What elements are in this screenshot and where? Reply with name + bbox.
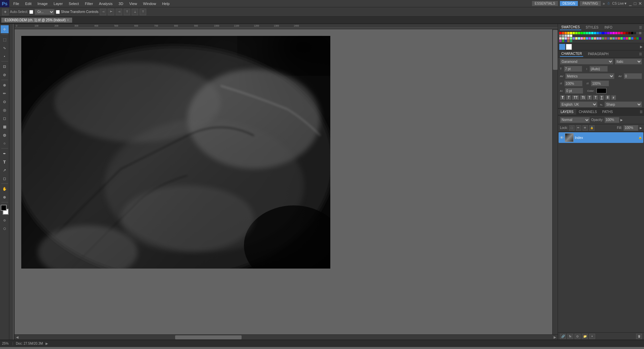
swatch-cell[interactable]: [570, 35, 572, 37]
swatch-cell[interactable]: [591, 37, 593, 40]
type-tool[interactable]: T: [1, 158, 9, 166]
swatch-cell[interactable]: [599, 32, 601, 34]
auto-select-checkbox[interactable]: [29, 10, 33, 14]
new-layer-btn[interactable]: +: [589, 334, 595, 339]
rectangular-marquee-tool[interactable]: ⬚: [1, 36, 9, 44]
swatch-cell[interactable]: [589, 32, 591, 34]
swatch-cell[interactable]: [565, 40, 567, 42]
fill-input[interactable]: [623, 125, 638, 131]
quick-mask-mode[interactable]: ⊙: [1, 216, 9, 224]
swatch-cell[interactable]: [626, 32, 628, 34]
swatch-cell[interactable]: [581, 32, 583, 34]
swatch-cell[interactable]: [570, 37, 572, 40]
transform-align-middle[interactable]: ⊥: [132, 9, 138, 15]
shape-tool[interactable]: ◻: [1, 174, 9, 182]
swatch-cell[interactable]: [604, 37, 607, 40]
language-select[interactable]: English: UK English: US: [560, 101, 597, 107]
swatch-cell[interactable]: [559, 32, 562, 34]
transform-align-right[interactable]: ⊣: [116, 9, 122, 15]
screen-mode[interactable]: ⬡: [1, 225, 9, 233]
char-panel-menu[interactable]: ☰: [639, 52, 642, 56]
swatch-cell[interactable]: [596, 37, 599, 40]
canvas-container[interactable]: [15, 29, 558, 340]
h-scroll-left[interactable]: ◀: [15, 335, 20, 339]
cs-live-label[interactable]: CS Live▼: [612, 2, 627, 5]
lock-position[interactable]: ✛: [583, 125, 588, 131]
menu-filter[interactable]: Filter: [82, 1, 95, 6]
swatches-panel-menu[interactable]: ☰: [639, 26, 642, 29]
swatches-bottom-menu[interactable]: ▶: [640, 45, 643, 49]
workspace-painting[interactable]: PAINTING: [580, 1, 600, 6]
swatch-cell[interactable]: [634, 32, 636, 34]
info-tab[interactable]: INFO: [603, 25, 614, 30]
menu-help[interactable]: Help: [160, 1, 172, 6]
workspace-essentials[interactable]: ESSENTIALS: [532, 1, 558, 6]
swatch-cell[interactable]: [567, 35, 570, 37]
swatch-cell[interactable]: [639, 37, 641, 40]
transform-align-top[interactable]: ⊤: [124, 9, 130, 15]
opacity-arrow[interactable]: ▶: [620, 118, 623, 122]
close-btn[interactable]: ✕: [638, 1, 642, 6]
dodge-tool[interactable]: ○: [1, 139, 9, 147]
swatch-cell[interactable]: [626, 37, 628, 40]
swatch-cell[interactable]: [575, 32, 578, 34]
swatch-cell[interactable]: [602, 32, 604, 34]
color-picker-bg[interactable]: [566, 44, 572, 50]
swatch-cell[interactable]: [610, 32, 612, 34]
swatch-cell[interactable]: [615, 32, 617, 34]
blend-mode-select[interactable]: Normal Dissolve Multiply Screen Overlay: [560, 117, 590, 123]
text-color-swatch[interactable]: [596, 88, 606, 93]
kerning-select[interactable]: Metrics Optical 0: [565, 73, 614, 79]
h-scroll-thumb[interactable]: [175, 335, 242, 339]
swatch-cell[interactable]: [631, 32, 633, 34]
swatch-cell[interactable]: [628, 37, 631, 40]
layers-tab[interactable]: LAYERS: [558, 109, 576, 115]
swatch-cell[interactable]: [586, 32, 588, 34]
swatch-cell[interactable]: [570, 32, 572, 34]
transform-align-bottom[interactable]: ⊤: [140, 9, 146, 15]
eyedropper-tool[interactable]: ⊘: [1, 71, 9, 79]
layers-panel-menu[interactable]: ☰: [640, 110, 644, 114]
swatch-cell[interactable]: [607, 32, 609, 34]
blur-tool[interactable]: ◍: [1, 131, 9, 139]
foreground-color-swatch[interactable]: [1, 205, 7, 211]
brush-tool[interactable]: ✏: [1, 89, 9, 97]
swatch-cell[interactable]: [578, 32, 580, 34]
type-superscript[interactable]: T: [587, 95, 592, 100]
color-picker-fg[interactable]: [559, 44, 565, 50]
h-scroll-right[interactable]: ▶: [552, 335, 558, 339]
opacity-input[interactable]: [604, 117, 619, 123]
paths-tab[interactable]: PATHS: [599, 109, 615, 115]
layer-effects-btn[interactable]: fx: [567, 334, 573, 339]
show-transform-checkbox[interactable]: [56, 10, 60, 14]
swatch-cell[interactable]: [586, 37, 588, 40]
swatch-cell[interactable]: [578, 37, 580, 40]
swatch-cell[interactable]: [620, 32, 623, 34]
swatch-cell[interactable]: [631, 37, 633, 40]
swatch-cell[interactable]: [623, 32, 625, 34]
swatch-cell[interactable]: [565, 32, 567, 34]
styles-tab[interactable]: STYLES: [585, 25, 600, 30]
swatch-cell[interactable]: [639, 32, 641, 34]
swatch-cell[interactable]: [570, 40, 572, 42]
lock-transparent[interactable]: ⬚: [569, 125, 575, 131]
anti-alias-select[interactable]: Sharp Crisp Strong Smooth: [604, 101, 642, 107]
swatch-cell[interactable]: [573, 32, 575, 34]
menu-view[interactable]: View: [127, 1, 140, 6]
font-size-input[interactable]: [564, 66, 582, 72]
vertical-scale-input[interactable]: [564, 80, 583, 86]
swatch-cell[interactable]: [636, 37, 639, 40]
workspace-design[interactable]: DESIGN: [560, 1, 578, 6]
lasso-tool[interactable]: ∿: [1, 44, 9, 52]
swatch-cell[interactable]: [589, 37, 591, 40]
crop-tool[interactable]: ⊡: [1, 62, 9, 70]
move-tool[interactable]: ✛: [1, 25, 9, 33]
hand-tool[interactable]: ✋: [1, 185, 9, 193]
menu-select[interactable]: Select: [66, 1, 82, 6]
swatch-cell[interactable]: [573, 37, 575, 40]
swatch-cell[interactable]: [618, 32, 620, 34]
type-italic[interactable]: T: [566, 95, 571, 100]
link-layers-btn[interactable]: 🔗: [560, 334, 566, 339]
workspace-expand[interactable]: »: [603, 1, 605, 6]
swatch-cell[interactable]: [594, 37, 596, 40]
